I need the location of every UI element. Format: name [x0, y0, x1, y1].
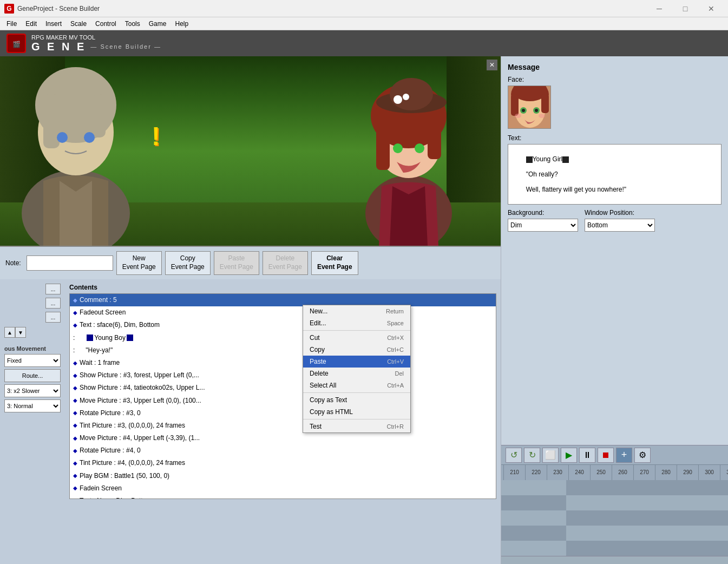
ctx-copy[interactable]: Copy Ctrl+C	[303, 344, 410, 356]
diamond-icon: ◆	[73, 497, 77, 499]
list-item[interactable]: ◆ Comment : 5	[70, 294, 496, 306]
menu-game[interactable]: Game	[145, 17, 171, 30]
menu-file[interactable]: File	[2, 17, 21, 30]
list-item[interactable]: ◆ Fadein Screen	[70, 482, 496, 495]
svg-point-32	[515, 114, 521, 118]
list-item[interactable]: ◆ Move Picture : #4, Upper Left (-3,39),…	[70, 432, 496, 444]
ctx-copy-text[interactable]: Copy as Text	[303, 394, 410, 406]
ctx-copy-html[interactable]: Copy as HTML	[303, 406, 410, 418]
diamond-icon: ◆	[73, 309, 77, 317]
exclamation-mark: !	[152, 121, 160, 151]
menu-scale[interactable]: Scale	[66, 17, 91, 30]
timeline-area: ↺ ↻ ⬜ ▶ ⏸ ⏹ + ⚙ 210 220 230 240 250 260 …	[501, 445, 728, 564]
list-item[interactable]: : "Hey-ya!"	[70, 344, 496, 357]
menu-tools[interactable]: Tools	[121, 17, 145, 30]
ruler-mark: 210	[503, 465, 525, 480]
menu-control[interactable]: Control	[91, 17, 121, 30]
up-button[interactable]: ▲	[4, 327, 15, 338]
menu-edit[interactable]: Edit	[21, 17, 41, 30]
maximize-button[interactable]: □	[673, 0, 698, 17]
character-left	[0, 62, 152, 246]
titlebar: G GeneProject - Scene Builder ─ □ ✕	[0, 0, 728, 17]
copy-event-page-button[interactable]: Copy Event Page	[165, 251, 211, 275]
note-input[interactable]	[27, 255, 113, 271]
list-item[interactable]: ◆ Wait : 1 frame	[70, 357, 496, 369]
ctx-separator-2	[303, 392, 410, 393]
dots-button-1[interactable]: ...	[45, 284, 61, 294]
frequency-select[interactable]: 3: Normal 1: Lowest 5: Highest	[4, 399, 61, 412]
brand-sub: RPG MAKER MV TOOL	[31, 34, 161, 41]
diamond-icon: ◆	[73, 384, 77, 392]
face-label: Face:	[508, 76, 722, 83]
ruler-mark: 280	[655, 465, 677, 480]
svg-point-18	[393, 95, 402, 104]
diamond-icon: ◆	[73, 459, 77, 468]
minimize-button[interactable]: ─	[647, 0, 672, 17]
background-select[interactable]: Dim Transparent Window	[508, 219, 578, 232]
settings-tl-button[interactable]: ⚙	[634, 448, 651, 463]
stop-button[interactable]: ⏹	[598, 448, 614, 463]
play-button[interactable]: ▶	[561, 448, 577, 463]
app-icon: G	[4, 4, 14, 14]
main-area: !	[0, 56, 728, 564]
window-title: GeneProject - Scene Builder	[17, 5, 647, 12]
ctx-cut[interactable]: Cut Ctrl+X	[303, 332, 410, 344]
svg-point-33	[539, 114, 545, 118]
svg-rect-7	[43, 94, 60, 148]
svg-point-30	[522, 109, 525, 112]
list-item[interactable]: ◆ Show Picture : #4, tatieotoko02s, Uppe…	[70, 382, 496, 394]
ctx-new[interactable]: New... Return	[303, 305, 410, 317]
ctx-paste[interactable]: Paste Ctrl+V	[303, 356, 410, 368]
add-track-button[interactable]: +	[616, 448, 632, 463]
diamond-icon: ◆	[73, 447, 77, 455]
right-panel: Message Face:	[501, 56, 728, 564]
list-item[interactable]: ◆ Move Picture : #3, Upper Left (0,0), (…	[70, 395, 496, 407]
brand-separator: — Scene Builder —	[90, 43, 161, 50]
brandbar: 🎬 RPG MAKER MV TOOL G E N E — Scene Buil…	[0, 30, 728, 56]
list-item[interactable]: : Young Boy	[70, 332, 496, 344]
route-button[interactable]: Route...	[4, 369, 61, 382]
speed-select[interactable]: 3: x2 Slower 4: Normal 5: x2 Faster	[4, 384, 61, 397]
list-item[interactable]: ◆ Show Picture : #3, forest, Upper Left …	[70, 369, 496, 382]
ctx-delete[interactable]: Delete Del	[303, 368, 410, 379]
dots-button-3[interactable]: ...	[45, 312, 61, 323]
svg-text:🎬: 🎬	[12, 40, 21, 48]
svg-point-9	[57, 132, 68, 143]
horizontal-scrollbar[interactable]	[501, 556, 728, 564]
dots-button-2[interactable]: ...	[45, 298, 61, 309]
list-item[interactable]: ◆ Rotate Picture : #3, 0	[70, 407, 496, 419]
timeline-right[interactable]	[566, 480, 728, 556]
ctx-select-all[interactable]: Select All Ctrl+A	[303, 379, 410, 391]
list-item[interactable]: ◆ Tint Picture : #4, (0,0,0,0), 24 frame…	[70, 457, 496, 469]
canvas-close-button[interactable]: ✕	[487, 60, 497, 70]
menu-help[interactable]: Help	[170, 17, 193, 30]
movement-type-select[interactable]: Fixed Random Approach Custom	[4, 354, 61, 367]
new-event-page-button[interactable]: New Event Page	[116, 251, 162, 275]
close-button[interactable]: ✕	[699, 0, 724, 17]
window-controls: ─ □ ✕	[647, 0, 724, 17]
window-position-select[interactable]: Bottom Middle Top	[585, 219, 655, 232]
timeline-content	[501, 480, 728, 556]
ctx-edit[interactable]: Edit... Space	[303, 317, 410, 329]
list-item[interactable]: ◆ Tint Picture : #3, (0,0,0,0), 24 frame…	[70, 419, 496, 432]
contents-list[interactable]: ◆ Comment : 5 ◆ Fadeout Screen ◆ Text : …	[69, 293, 496, 499]
list-item[interactable]: ◆ Fadeout Screen	[70, 306, 496, 319]
list-item[interactable]: ◆ Text : None, Dim, Bottom	[70, 495, 496, 499]
list-item[interactable]: ◆ Rotate Picture : #4, 0	[70, 444, 496, 457]
down-button[interactable]: ▼	[15, 327, 26, 338]
pause-button[interactable]: ⏸	[579, 448, 595, 463]
ruler-mark: 250	[590, 465, 612, 480]
timeline-row	[566, 526, 728, 541]
paste-event-page-button[interactable]: Paste Event Page	[214, 251, 259, 275]
face-portrait[interactable]	[508, 86, 551, 129]
clear-event-page-button[interactable]: Clear Event Page	[311, 251, 358, 275]
delete-event-page-button[interactable]: Delete Event Page	[263, 251, 308, 275]
svg-point-21	[415, 143, 424, 153]
ctx-test[interactable]: Test Ctrl+R	[303, 421, 410, 432]
undo-button[interactable]: ↺	[506, 448, 522, 463]
list-item[interactable]: ◆ Text : sface(6), Dim, Bottom	[70, 319, 496, 331]
menu-insert[interactable]: Insert	[41, 17, 66, 30]
list-item[interactable]: ◆ Play BGM : Battle1 (50, 100, 0)	[70, 470, 496, 482]
redo-button[interactable]: ↻	[524, 448, 540, 463]
copy-tl-button[interactable]: ⬜	[542, 448, 559, 463]
